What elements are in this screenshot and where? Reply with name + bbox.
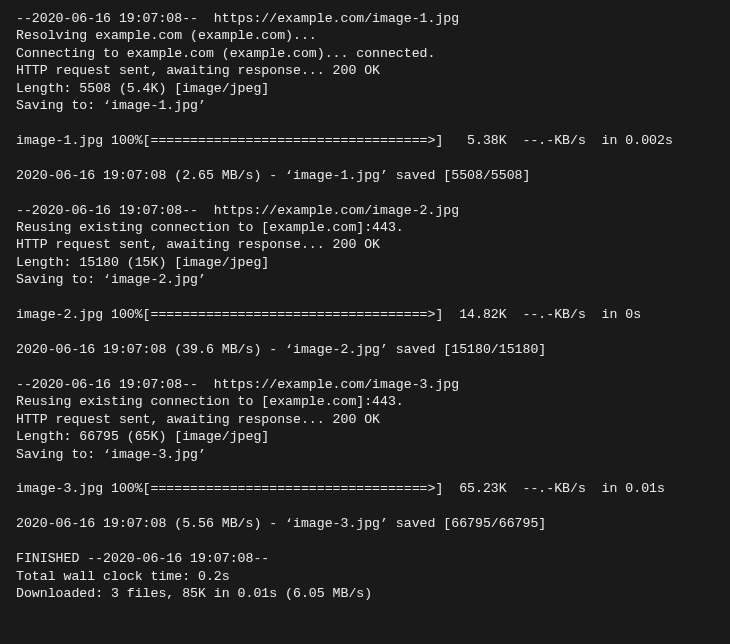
terminal-output: --2020-06-16 19:07:08-- https://example.… <box>0 0 730 614</box>
